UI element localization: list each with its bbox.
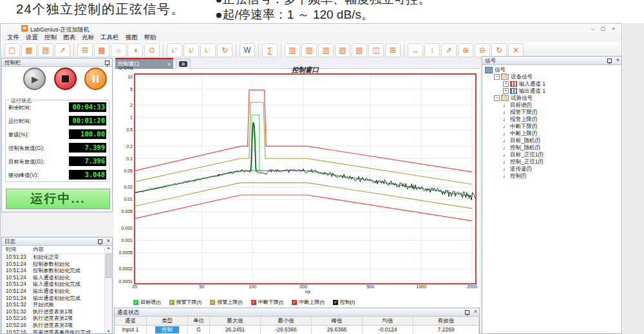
layout-split-icon[interactable]: ◫ [368, 43, 384, 57]
close-button[interactable]: × [612, 26, 615, 32]
tree-item-label: 报警下限(f) [510, 109, 537, 116]
refresh-icon[interactable]: ↻ [491, 43, 507, 57]
legend-checkbox[interactable]: ✓ [210, 300, 215, 305]
scrollbar-thumb[interactable] [106, 254, 111, 278]
table-cell: 29.6366 [312, 326, 363, 334]
word-report-icon[interactable]: W [240, 43, 255, 57]
chart-legend: ✓目标谱(f)✓报警下限(f)✓报警上限(f)✓中断下限(f)✓中断上限(f)✓… [114, 297, 480, 307]
zoom-horizontal-icon[interactable]: ↔ [408, 43, 423, 57]
tree-item-信号[interactable]: 信号 [482, 66, 621, 73]
export-icon[interactable]: ↗ [55, 43, 70, 57]
print-icon[interactable]: ⊟ [77, 43, 93, 57]
menu-item-帮助[interactable]: 帮助 [141, 33, 160, 42]
chart-psd-icon[interactable]: ▥ [285, 43, 300, 57]
chart-edit-icon[interactable]: ▧ [352, 43, 367, 57]
menu-item-文件[interactable]: 文件 [4, 33, 23, 42]
tree-item-label: 中断下限(f) [510, 123, 537, 130]
close-icon[interactable]: × [107, 237, 110, 244]
play-button[interactable]: ▶ [23, 68, 46, 90]
cursor-delta-icon[interactable]: L⁻ [200, 43, 216, 57]
zoom-in-icon[interactable]: ⊕ [458, 43, 473, 57]
tree-item-控制_正弦1(f)[interactable]: ♩控制_正弦1(f) [482, 158, 621, 165]
pause-button[interactable] [84, 68, 107, 90]
schedule-clock-icon[interactable]: ⊙ [144, 43, 160, 57]
menu-item-光标[interactable]: 光标 [79, 33, 97, 42]
tree-item-控制(f)[interactable]: ♩控制(f) [482, 172, 621, 180]
log-row: 10:51:24控制参数初始化完成 [2, 268, 105, 275]
tree-expander-icon[interactable]: + [503, 81, 509, 87]
sigma-icon[interactable]: ∑ [262, 43, 278, 57]
tree-item-label: 控制_正弦1(f) [510, 158, 543, 165]
tree-item-试验信号[interactable]: −试验信号 [482, 95, 621, 102]
scroll-down-icon[interactable]: ▼ [107, 329, 111, 333]
tree-item-目标_正弦1(f)[interactable]: ♩目标_正弦1(f) [482, 151, 621, 158]
menu-item-视图[interactable]: 视图 [122, 33, 141, 42]
new-file-icon[interactable]: ▢ [5, 43, 20, 57]
tree-item-报警下限(f)[interactable]: ♩报警下限(f) [482, 109, 621, 116]
save-icon[interactable]: ▦ [21, 43, 37, 57]
cursor-rotate-icon[interactable]: ↻ [217, 43, 232, 57]
cursor-tracking-icon[interactable]: Lᵗ [184, 43, 199, 57]
field-label: 控制有效值(G): [8, 145, 44, 152]
zoom-vertical-icon[interactable]: ↕ [424, 43, 440, 57]
legend-checkbox[interactable]: ✓ [333, 300, 338, 305]
tree-expander-icon[interactable]: − [494, 74, 500, 80]
tree-expander-icon[interactable]: + [503, 88, 509, 94]
tree-item-报警上限(f)[interactable]: ♩报警上限(f) [482, 116, 621, 123]
profile-disc-icon[interactable]: ◑ [128, 43, 143, 57]
maximize-button[interactable]: ▢ [601, 26, 606, 32]
chart-spectrum-icon[interactable]: ▥ [318, 43, 334, 57]
log-header: 日志 × [2, 237, 112, 246]
menu-item-控制[interactable]: 控制 [41, 33, 60, 42]
open-icon[interactable]: ▤ [38, 43, 53, 57]
zoom-reset-icon[interactable]: ✕ [508, 43, 524, 57]
menu-item-工具栏[interactable]: 工具栏 [97, 33, 122, 42]
close-icon[interactable]: × [474, 308, 477, 315]
legend-label: 目标谱(f) [140, 299, 161, 306]
tree-item-中断上限(f)[interactable]: ♩中断上限(f) [482, 130, 621, 137]
tree-item-目标_随机(f)[interactable]: ♩目标_随机(f) [482, 137, 621, 144]
tree-expander-icon[interactable]: − [494, 95, 500, 101]
field-label: 剩余时间: [8, 104, 32, 111]
pin-icon[interactable] [607, 59, 612, 63]
signal-icon: ♩ [503, 165, 508, 172]
svg-text:2: 2 [130, 103, 133, 107]
tree-item-中断下限(f)[interactable]: ♩中断下限(f) [482, 123, 621, 130]
settings-gear-icon[interactable]: ☼ [111, 43, 126, 57]
status-field: 量级(%):100.00 [6, 127, 109, 141]
legend-item: ✓中断下限(f) [251, 299, 284, 306]
legend-checkbox[interactable]: ✓ [169, 300, 175, 305]
close-icon[interactable]: × [616, 57, 620, 63]
cursor-peak-icon[interactable]: L° [167, 43, 182, 57]
scroll-up-icon[interactable]: ▲ [107, 246, 111, 250]
menu-item-图表[interactable]: 图表 [60, 33, 79, 42]
pin-icon[interactable] [98, 239, 102, 244]
control-spectrum-chart[interactable]: G^2/Hz控制窗口105210.50.20.10.050.020.010.00… [114, 66, 480, 298]
pause-icon [93, 75, 99, 82]
layout-grid-icon[interactable]: ⊞ [385, 43, 401, 57]
menu-item-设置[interactable]: 设置 [23, 33, 41, 42]
pin-icon[interactable] [465, 310, 469, 315]
legend-item: ✓报警下限(f) [169, 299, 202, 306]
svg-text:5: 5 [130, 87, 133, 91]
pin-icon[interactable] [105, 60, 109, 65]
svg-text:0.0002: 0.0002 [119, 266, 133, 271]
legend-checkbox[interactable]: ✓ [292, 300, 297, 305]
chart-time-icon[interactable]: ▥ [301, 43, 317, 57]
tree-item-输出通道 1[interactable]: +输出通道 1 [482, 88, 621, 95]
zoom-out-icon[interactable]: ⊖ [475, 43, 490, 57]
tree-item-设备信号[interactable]: −设备信号 [482, 73, 621, 80]
zoom-diagonal-icon[interactable]: ⇗ [441, 43, 457, 57]
legend-checkbox[interactable]: ✓ [251, 300, 256, 305]
table-cell: Input 1 [115, 326, 147, 334]
tree-item-输入通道 1[interactable]: +输入通道 1 [482, 80, 621, 88]
minimize-button[interactable]: – [591, 26, 594, 32]
table-cell: 7.2269 [413, 326, 479, 334]
tree-item-目标谱(f)[interactable]: ♩目标谱(f) [482, 102, 621, 109]
tree-item-控制_随机(f)[interactable]: ♩控制_随机(f) [482, 144, 621, 151]
chart-transfer-icon[interactable]: ▨ [335, 43, 350, 57]
tree-item-逆传递(f)[interactable]: ♩逆传递(f) [482, 165, 621, 172]
stop-button[interactable] [54, 68, 77, 90]
legend-checkbox[interactable]: ✓ [133, 300, 138, 305]
snapshot-icon[interactable]: ▩ [94, 43, 109, 57]
